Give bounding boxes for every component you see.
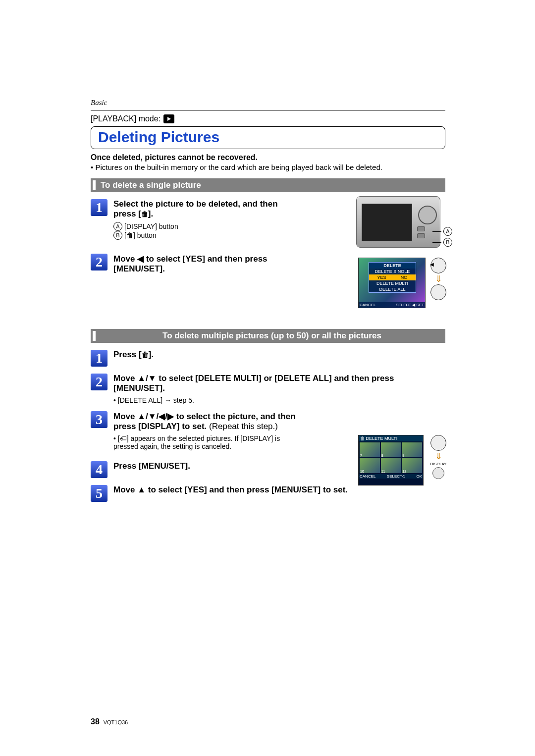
m-step2-note: [DELETE ALL] → step 5. bbox=[113, 396, 445, 404]
menu-item: DELETE MULTI bbox=[369, 280, 416, 286]
section-single-delete: 1 Select the picture to be deleted, and … bbox=[91, 199, 445, 324]
circled-a-icon: A bbox=[113, 222, 122, 231]
subheading-multi: To delete multiple pictures (up to 50) o… bbox=[91, 329, 445, 343]
display-label: DISPLAY bbox=[428, 462, 448, 466]
step1-instruction: Select the picture to be deleted, and th… bbox=[113, 199, 278, 218]
arrow-down-icon: ⇓ bbox=[428, 452, 448, 461]
subheading-multi-label: To delete multiple pictures (up to 50) o… bbox=[93, 331, 443, 341]
grid-footer: CANCEL SELECT◇ OK bbox=[359, 474, 423, 479]
display-button-icon bbox=[432, 467, 444, 479]
circled-b-icon: B bbox=[113, 231, 122, 240]
dpad-icon bbox=[430, 435, 446, 451]
subheading-single: To delete a single picture bbox=[91, 178, 445, 192]
callout-b-label: [🗑] button bbox=[124, 231, 157, 239]
m-step2-instruction: Move ▲/▼ to select [DELETE MULTI] or [DE… bbox=[113, 374, 394, 393]
m-step1-instruction: Press [🗑]. bbox=[113, 350, 154, 359]
m-step-1: 1 Press [🗑]. bbox=[91, 350, 445, 367]
grid-cell: 7 bbox=[360, 442, 380, 457]
camera-illustration: A B bbox=[356, 196, 445, 248]
warning-text: Once deleted, pictures cannot be recover… bbox=[91, 153, 445, 162]
camera-callout-b: B bbox=[432, 238, 452, 247]
menu-item: DELETE SINGLE bbox=[369, 269, 416, 274]
page-title: Deleting Pictures bbox=[98, 129, 438, 146]
callout-a-label: [DISPLAY] button bbox=[124, 222, 178, 230]
grid-cell: 10 bbox=[360, 458, 380, 473]
menu-footer: CANCELSELECT ◀ SET bbox=[359, 302, 425, 308]
menuset-icon bbox=[430, 284, 446, 300]
title-bar: Deleting Pictures bbox=[91, 126, 445, 149]
direction-icons-2: ⇓ DISPLAY bbox=[428, 435, 448, 479]
step-number-5: 5 bbox=[91, 485, 107, 502]
note-text: Pictures on the built-in memory or the c… bbox=[91, 163, 445, 171]
dpad-icon bbox=[430, 258, 446, 273]
step2-instruction: Move ◀ to select [YES] and then press [M… bbox=[113, 254, 268, 273]
menu-header: DELETE bbox=[369, 263, 416, 269]
playback-mode-line: [PLAYBACK] mode: bbox=[91, 114, 445, 123]
mark-icon: 🏷 bbox=[120, 434, 127, 442]
step-number-1: 1 bbox=[91, 350, 107, 367]
divider bbox=[91, 110, 445, 110]
arrow-down-icon: ⇓ bbox=[428, 274, 448, 283]
m-step-2: 2 Move ▲/▼ to select [DELETE MULTI] or [… bbox=[91, 374, 445, 404]
m-step-5: 5 Move ▲ to select [YES] and then press … bbox=[91, 485, 445, 502]
grid-cell: 11 bbox=[381, 458, 401, 473]
camera-callout-a: A bbox=[432, 227, 452, 236]
grid-cell: 8 bbox=[381, 442, 401, 457]
m-step5-instruction: Move ▲ to select [YES] and then press [M… bbox=[113, 485, 348, 494]
subheading-single-label: To delete a single picture bbox=[93, 180, 443, 190]
trash-icon: 🗑 bbox=[141, 211, 148, 217]
m-step3-instruction: Move ▲/▼/◀/▶ to select the picture, and … bbox=[113, 412, 296, 431]
trash-icon: 🗑 bbox=[126, 232, 133, 239]
m-step4-instruction: Press [MENU/SET]. bbox=[113, 461, 190, 471]
section-tag: Basic bbox=[91, 99, 445, 107]
section-multi-delete: 1 Press [🗑]. 2 Move ▲/▼ to select [DELET… bbox=[91, 350, 445, 502]
grid-cell: 12 bbox=[402, 458, 422, 473]
grid-header: 🗑 DELETE MULTI bbox=[359, 435, 423, 441]
step-number-3: 3 bbox=[91, 411, 107, 428]
playback-icon bbox=[163, 114, 174, 123]
page-footer: 38 VQT1Q36 bbox=[91, 717, 128, 726]
menu-item-selected: YESNO bbox=[369, 274, 416, 280]
doc-id: VQT1Q36 bbox=[104, 719, 128, 725]
trash-icon: 🗑 bbox=[142, 351, 149, 358]
callout-b: B [🗑] button bbox=[113, 231, 302, 240]
callout-a: A [DISPLAY] button bbox=[113, 222, 302, 231]
step-number-4: 4 bbox=[91, 461, 107, 478]
direction-icons: ⇓ bbox=[428, 258, 448, 300]
menu-item: DELETE ALL bbox=[369, 286, 416, 292]
grid-cell: 9 bbox=[402, 442, 422, 457]
step-number-2: 2 bbox=[91, 374, 107, 390]
m-step3-note: [🏷] appears on the selected pictures. If… bbox=[113, 434, 302, 450]
step-number-1: 1 bbox=[91, 199, 107, 216]
step-number-2: 2 bbox=[91, 254, 107, 270]
delete-menu-screenshot: DELETE DELETE SINGLE YESNO DELETE MULTI … bbox=[358, 258, 426, 308]
page-number: 38 bbox=[91, 717, 100, 726]
delete-multi-screenshot: 🗑 DELETE MULTI 7 8 9 10 11 12 CANCEL SEL… bbox=[358, 435, 424, 486]
playback-mode-label: [PLAYBACK] mode: bbox=[91, 114, 160, 123]
